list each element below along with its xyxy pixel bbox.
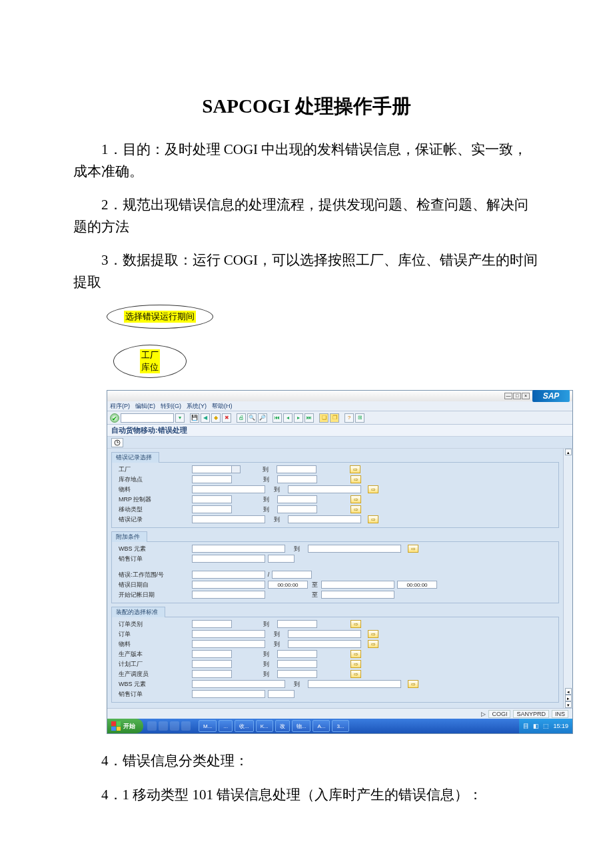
multi-select-button[interactable]: ⇨ xyxy=(350,660,361,668)
input-so[interactable] xyxy=(192,555,265,563)
input-errarea-1[interactable] xyxy=(192,571,265,579)
quicklaunch-icon[interactable] xyxy=(159,721,168,731)
taskbar-item[interactable]: M... xyxy=(199,720,217,732)
taskbar-item[interactable]: ... xyxy=(219,720,233,732)
tray-icon[interactable]: ⬚ xyxy=(543,723,549,729)
input-scheduler-high[interactable] xyxy=(277,670,317,678)
input-errtime-high[interactable]: 00:00:00 xyxy=(397,581,437,589)
next-page-icon[interactable]: ▸ xyxy=(294,413,303,423)
scroll-right-icon[interactable]: ▸ xyxy=(565,695,572,701)
taskbar-item[interactable]: A... xyxy=(312,720,330,732)
menu-program[interactable]: 程序(P) xyxy=(110,402,130,411)
command-field[interactable] xyxy=(121,413,174,423)
multi-select-button[interactable]: ⇨ xyxy=(368,515,378,523)
input-wbs2-low[interactable] xyxy=(192,680,285,688)
prev-page-icon[interactable]: ◂ xyxy=(283,413,293,423)
input-planplant-low[interactable] xyxy=(192,660,232,668)
input-mrp-high[interactable] xyxy=(277,495,317,503)
multi-select-button[interactable]: ⇨ xyxy=(350,495,361,503)
menu-goto[interactable]: 转到(G) xyxy=(161,402,181,411)
input-material2-high[interactable] xyxy=(288,640,361,648)
input-prodver-low[interactable] xyxy=(192,650,232,658)
input-plant-high[interactable] xyxy=(277,465,316,473)
layout-icon[interactable]: ⊞ xyxy=(355,413,364,423)
close-button[interactable]: × xyxy=(522,393,530,399)
input-so2-item[interactable] xyxy=(268,690,295,698)
scroll-left-icon[interactable]: ◂ xyxy=(565,688,572,695)
input-sloc-low[interactable] xyxy=(192,475,232,483)
input-mvt-high[interactable] xyxy=(277,505,317,513)
help-icon[interactable]: ? xyxy=(344,413,354,423)
input-errtime-low[interactable]: 00:00:00 xyxy=(268,581,308,589)
scroll-down-icon[interactable]: ▾ xyxy=(565,701,572,708)
input-order-low[interactable] xyxy=(192,630,265,638)
input-planplant-high[interactable] xyxy=(277,660,317,668)
input-mrp-low[interactable] xyxy=(192,495,232,503)
input-material-low[interactable] xyxy=(192,485,265,493)
dropdown-icon[interactable]: ▾ xyxy=(175,413,185,423)
quicklaunch-icon[interactable] xyxy=(181,721,191,731)
save-icon[interactable]: 💾 xyxy=(190,413,199,423)
tray-icon[interactable]: ◧ xyxy=(533,723,539,729)
multi-select-button[interactable]: ⇨ xyxy=(368,630,378,638)
cancel-icon[interactable]: ✖ xyxy=(222,413,231,423)
input-order-high[interactable] xyxy=(288,630,361,638)
input-ordtype-high[interactable] xyxy=(277,620,317,628)
execute-button[interactable] xyxy=(111,438,123,447)
quicklaunch-icon[interactable] xyxy=(170,721,179,731)
menu-system[interactable]: 系统(Y) xyxy=(187,402,207,411)
f4-help-icon[interactable] xyxy=(231,465,241,473)
input-mvt-low[interactable] xyxy=(192,505,232,513)
new-session-icon[interactable]: ❏ xyxy=(319,413,328,423)
menu-help[interactable]: 帮助(H) xyxy=(212,402,233,411)
multi-select-button[interactable]: ⇨ xyxy=(408,545,418,553)
input-so-item[interactable] xyxy=(268,555,295,563)
input-wbs2-high[interactable] xyxy=(308,680,401,688)
multi-select-button[interactable]: ⇨ xyxy=(350,620,361,628)
back-icon[interactable]: ◀ xyxy=(201,413,210,423)
enter-button[interactable]: ✔ xyxy=(110,413,119,423)
input-sloc-high[interactable] xyxy=(277,475,317,483)
taskbar-item[interactable]: 改 xyxy=(275,720,290,732)
input-startdate-high[interactable] xyxy=(321,591,394,599)
input-wbs-low[interactable] xyxy=(192,545,285,553)
find-next-icon[interactable]: 🔎 xyxy=(258,413,267,423)
input-errrec-high[interactable] xyxy=(288,515,361,523)
input-errdate-low[interactable] xyxy=(192,581,265,589)
input-material-high[interactable] xyxy=(288,485,361,493)
input-scheduler-low[interactable] xyxy=(192,670,232,678)
quicklaunch-icon[interactable] xyxy=(147,721,157,731)
multi-select-button[interactable]: ⇨ xyxy=(350,650,361,658)
multi-select-button[interactable]: ⇨ xyxy=(350,505,361,513)
input-errarea-2[interactable] xyxy=(272,571,312,579)
input-ordtype-low[interactable] xyxy=(192,620,232,628)
minimize-button[interactable]: ― xyxy=(504,393,512,399)
taskbar-item[interactable]: 物... xyxy=(292,720,311,732)
input-material2-low[interactable] xyxy=(192,640,265,648)
multi-select-button[interactable]: ⇨ xyxy=(368,485,378,493)
print-icon[interactable]: 🖨 xyxy=(237,413,246,423)
input-errrec-low[interactable] xyxy=(192,515,265,523)
multi-select-button[interactable]: ⇨ xyxy=(408,680,418,688)
exit-icon[interactable]: ◆ xyxy=(211,413,221,423)
input-plant-low[interactable] xyxy=(192,465,232,473)
taskbar-item[interactable]: 3... xyxy=(332,720,348,732)
multi-select-button[interactable]: ⇨ xyxy=(350,670,361,678)
first-page-icon[interactable]: ⏮ xyxy=(273,413,282,423)
multi-select-button[interactable]: ⇨ xyxy=(350,465,360,473)
input-startdate-low[interactable] xyxy=(192,591,265,599)
last-page-icon[interactable]: ⏭ xyxy=(305,413,314,423)
find-icon[interactable]: 🔍 xyxy=(247,413,257,423)
input-errdate-high[interactable] xyxy=(321,581,394,589)
input-so2[interactable] xyxy=(192,690,265,698)
taskbar-item[interactable]: K... xyxy=(256,720,273,732)
menu-edit[interactable]: 编辑(E) xyxy=(135,402,155,411)
scroll-up-icon[interactable]: ▴ xyxy=(565,449,572,455)
taskbar-item[interactable]: 收... xyxy=(235,720,254,732)
input-prodver-high[interactable] xyxy=(277,650,317,658)
multi-select-button[interactable]: ⇨ xyxy=(350,475,361,483)
maximize-button[interactable]: □ xyxy=(513,393,521,399)
scrollbar[interactable]: ▴ ◂ ▸ ▾ xyxy=(563,449,572,708)
multi-select-button[interactable]: ⇨ xyxy=(368,640,378,648)
shortcut-icon[interactable]: ❐ xyxy=(330,413,339,423)
